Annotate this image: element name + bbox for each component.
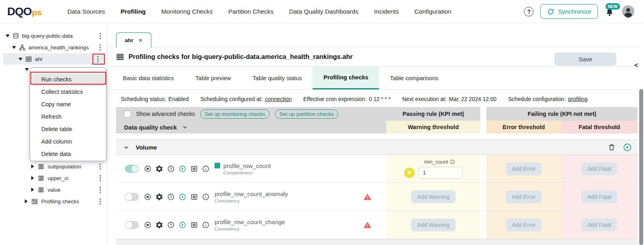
kebab-menu-icon[interactable] xyxy=(99,32,101,40)
add-fatal-button[interactable]: Add Fatal xyxy=(582,162,618,175)
setup-partition-checks-button[interactable]: Set up partition checks xyxy=(275,109,339,119)
caret-right-icon[interactable] xyxy=(31,176,34,180)
tree-node-connection[interactable]: big-query-public-data xyxy=(0,30,107,42)
menu-item-add-column[interactable]: Add column xyxy=(32,136,105,148)
check-enabled-toggle[interactable] xyxy=(125,221,139,229)
tab-basic-data-statistics[interactable]: Basic data statistics xyxy=(112,67,185,89)
user-avatar[interactable] xyxy=(622,5,634,18)
caret-down-icon[interactable] xyxy=(12,46,16,49)
tree-label-profiling-checks[interactable]: Profiling checks xyxy=(41,198,79,205)
dqops-logo[interactable]: DQO ps xyxy=(0,5,42,18)
tree-node-column-value[interactable]: value xyxy=(0,184,107,196)
check-name[interactable]: profile_row_count_anomaly xyxy=(215,190,288,197)
schedule-clock-icon[interactable] xyxy=(167,193,175,201)
kebab-menu-icon[interactable] xyxy=(99,198,101,206)
nav-dashboards[interactable]: Data Quality Dashboards xyxy=(289,8,358,15)
document-tab-ahr[interactable]: ahr × xyxy=(116,32,151,47)
tab-table-comparisons[interactable]: Table comparisons xyxy=(379,67,449,89)
caret-right-icon[interactable] xyxy=(31,188,34,192)
results-stop-icon[interactable] xyxy=(144,193,152,201)
tree-node-profiling-checks[interactable]: Profiling checks xyxy=(0,196,107,207)
setup-monitoring-checks-button[interactable]: Set up monitoring checks xyxy=(200,109,270,119)
schedule-clock-icon[interactable] xyxy=(167,165,175,173)
chevron-down-icon[interactable] xyxy=(123,144,129,150)
add-fatal-button[interactable]: Add Fatal xyxy=(582,190,618,203)
nav-incidents[interactable]: Incidents xyxy=(374,8,399,15)
settings-gear-icon[interactable] xyxy=(155,193,163,201)
results-list-icon[interactable] xyxy=(190,165,198,173)
info-icon[interactable] xyxy=(450,159,455,164)
tree-node-column-upper-ci[interactable]: upper_ci xyxy=(0,172,107,184)
delete-results-trash-icon[interactable] xyxy=(608,143,616,151)
tree-label-connection[interactable]: big-query-public-data xyxy=(22,33,73,39)
settings-gear-icon[interactable] xyxy=(155,165,163,173)
results-list-icon[interactable] xyxy=(190,193,198,201)
info-icon[interactable] xyxy=(202,193,210,201)
add-warning-button[interactable]: Add Warning xyxy=(411,219,455,231)
run-check-play-icon[interactable] xyxy=(179,193,187,201)
results-list-icon[interactable] xyxy=(190,221,198,229)
kebab-menu-icon[interactable] xyxy=(99,175,101,183)
run-check-play-icon[interactable] xyxy=(179,165,187,173)
tree-label-table[interactable]: ahr xyxy=(35,56,43,62)
nav-monitoring-checks[interactable]: Monitoring Checks xyxy=(161,8,213,15)
kebab-menu-icon[interactable] xyxy=(97,56,99,64)
menu-item-delete-table[interactable]: Delete table xyxy=(32,123,105,136)
add-fatal-button[interactable]: Add Fatal xyxy=(582,219,618,231)
check-enabled-toggle[interactable] xyxy=(125,193,139,201)
kebab-menu-icon[interactable] xyxy=(99,186,101,194)
caret-down-icon[interactable] xyxy=(18,58,22,61)
results-stop-icon[interactable] xyxy=(144,221,152,229)
tree-node-schema[interactable]: america_health_rankings xyxy=(0,42,107,53)
check-name[interactable]: profile_row_count xyxy=(223,162,271,169)
tab-table-preview[interactable]: Table preview xyxy=(185,67,242,89)
nav-data-sources[interactable]: Data Sources xyxy=(67,8,105,15)
chevron-down-icon[interactable] xyxy=(182,124,188,130)
nav-profiling[interactable]: Profiling xyxy=(120,8,146,15)
vertical-scrollbar[interactable] xyxy=(639,89,643,245)
schedule-clock-icon[interactable] xyxy=(167,221,175,229)
tree-label-schema[interactable]: america_health_rankings xyxy=(28,45,89,51)
kebab-menu-icon[interactable] xyxy=(99,163,101,171)
tree-label-column[interactable]: value xyxy=(48,187,60,193)
show-advanced-checkbox[interactable] xyxy=(124,111,131,117)
tab-profiling-checks[interactable]: Profiling checks xyxy=(313,67,379,89)
tree-label-column[interactable]: upper_ci xyxy=(48,175,68,181)
settings-gear-icon[interactable] xyxy=(155,221,163,229)
help-icon[interactable]: ? xyxy=(524,7,534,16)
run-check-play-icon[interactable] xyxy=(179,221,187,229)
tab-table-quality-status[interactable]: Table quality status xyxy=(242,67,313,89)
check-name[interactable]: profile_row_count_change xyxy=(215,219,285,225)
menu-item-run-checks[interactable]: Run checks xyxy=(32,73,105,86)
info-icon[interactable] xyxy=(202,165,210,173)
caret-right-icon[interactable] xyxy=(31,164,34,168)
kebab-menu-icon[interactable] xyxy=(99,44,101,52)
caret-right-icon[interactable] xyxy=(25,199,28,203)
profiling-link[interactable]: profiling xyxy=(568,96,588,102)
run-category-checks-play-icon[interactable] xyxy=(623,143,632,152)
info-icon[interactable] xyxy=(202,221,210,229)
min-count-input[interactable] xyxy=(419,167,463,179)
caret-down-icon[interactable] xyxy=(25,68,29,71)
results-stop-icon[interactable] xyxy=(144,165,152,173)
notifications-button[interactable]: NEW xyxy=(605,6,615,18)
connection-link[interactable]: connection xyxy=(265,96,292,102)
add-error-button[interactable]: Add Error xyxy=(506,162,542,175)
add-error-button[interactable]: Add Error xyxy=(506,190,542,203)
menu-item-collect-statistics[interactable]: Collect statistics xyxy=(32,86,105,98)
caret-down-icon[interactable] xyxy=(6,34,10,37)
menu-item-refresh[interactable]: Refresh xyxy=(32,111,105,123)
check-enabled-toggle[interactable] xyxy=(125,165,139,173)
synchronize-button[interactable]: Synchronize xyxy=(540,4,598,19)
tree-node-column-subpopulation[interactable]: subpopulation xyxy=(0,161,107,172)
close-icon[interactable]: × xyxy=(138,37,142,44)
tree-node-table-ahr[interactable]: ahr xyxy=(0,53,107,65)
nav-configuration[interactable]: Configuration xyxy=(415,8,451,15)
add-warning-button[interactable]: Add Warning xyxy=(411,190,455,203)
menu-item-delete-data[interactable]: Delete data xyxy=(32,148,105,160)
add-error-button[interactable]: Add Error xyxy=(506,219,542,231)
menu-item-copy-name[interactable]: Copy name xyxy=(32,98,105,111)
nav-partition-checks[interactable]: Partition Checks xyxy=(228,8,273,15)
tree-label-column[interactable]: subpopulation xyxy=(48,164,81,170)
save-button[interactable]: Save xyxy=(554,53,616,66)
